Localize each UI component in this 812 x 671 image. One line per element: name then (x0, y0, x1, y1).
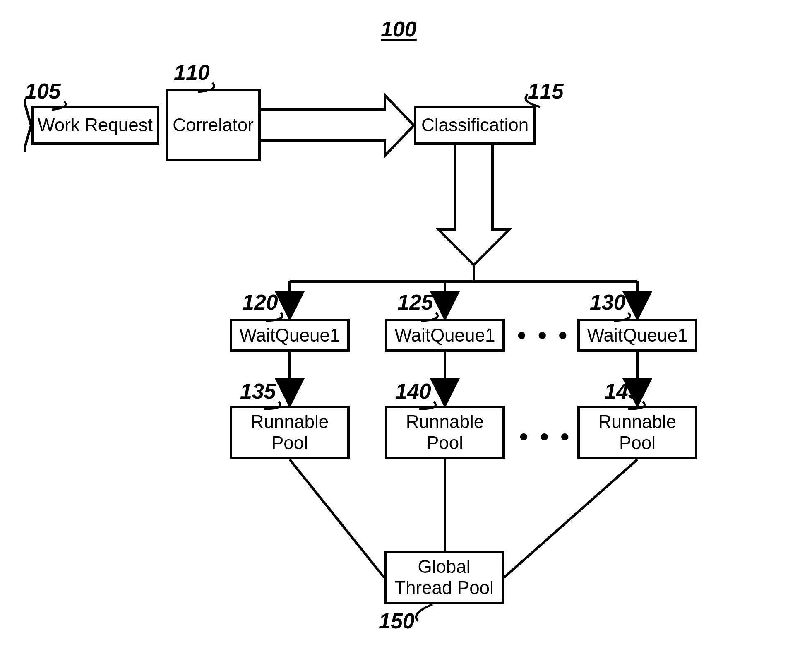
connector-line (504, 459, 637, 577)
connector-line (290, 459, 384, 577)
waitqueue-box: WaitQueue1 (577, 319, 697, 352)
classification-box: Classification (414, 106, 536, 145)
ellipsis-icon: • • • (517, 321, 569, 349)
correlator-box: Correlator (166, 89, 261, 161)
work-request-box: Work Request (31, 106, 159, 145)
runnable-pool-box: Runnable Pool (230, 406, 350, 459)
waitqueue-box: WaitQueue1 (230, 319, 350, 352)
runnable-pool-box: Runnable Pool (385, 406, 505, 459)
ref-label: 135 (240, 379, 276, 404)
ref-label: 145 (604, 379, 640, 404)
runnable-pool-box: Runnable Pool (577, 406, 697, 459)
block-arrow-icon (439, 145, 509, 265)
ref-label: 120 (242, 290, 278, 315)
global-thread-pool-box: Global Thread Pool (384, 551, 504, 604)
ref-label: 125 (397, 290, 433, 315)
ref-label: 110 (174, 60, 210, 85)
arrow-icon (159, 99, 166, 152)
arrow-icon (159, 99, 166, 152)
ref-label: 115 (528, 79, 564, 103)
ref-label: 130 (590, 290, 626, 315)
ref-label: 150 (379, 608, 415, 633)
diagram-title: 100 (381, 17, 417, 41)
ref-label: 140 (395, 379, 431, 404)
block-arrow-icon (261, 95, 414, 156)
leader-line (416, 604, 432, 621)
ref-label: 105 (25, 79, 61, 103)
ellipsis-icon: • • • (519, 422, 572, 451)
diagram-canvas: 100 105 110 115 120 125 130 135 140 145 … (0, 0, 812, 671)
arrow-icon (25, 99, 31, 152)
waitqueue-box: WaitQueue1 (385, 319, 505, 352)
